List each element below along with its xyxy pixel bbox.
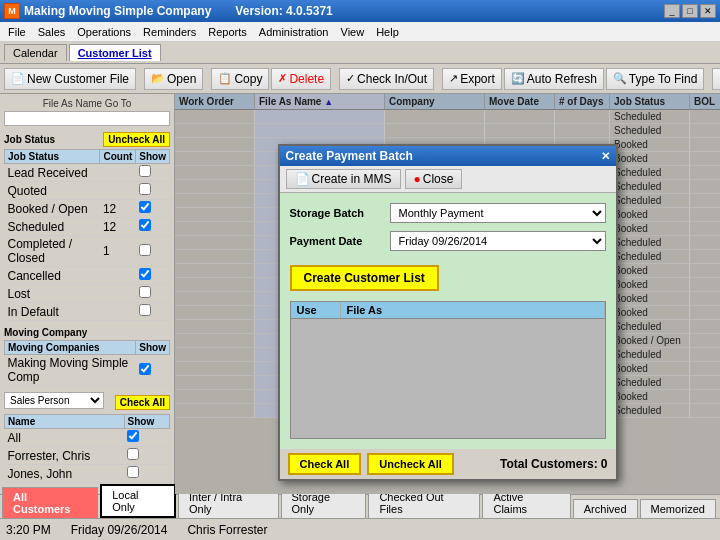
menu-reminders[interactable]: Reminders [137,25,202,39]
tab-local-only[interactable]: Local Only [100,484,176,518]
job-status-name: In Default [5,303,100,321]
export-button[interactable]: ↗Export [442,68,502,90]
modal-toolbar: 📄 Create in MMS ● Close [280,166,616,193]
create-customer-list-button[interactable]: Create Customer List [290,265,439,291]
job-status-section: Job Status Uncheck All Job Status Count … [4,132,170,321]
file-as-title: File As Name Go To [4,98,170,109]
modal-check-all-button[interactable]: Check All [288,453,362,475]
job-status-name: Completed / Closed [5,236,100,267]
job-status-show[interactable] [136,285,170,303]
app-version: Version: 4.0.5371 [235,4,332,18]
print-list-button[interactable]: 🖨Print List [712,68,720,90]
modal-title: Create Payment Batch [286,149,413,163]
close-button[interactable]: ✕ [700,4,716,18]
file-as-input[interactable] [4,111,170,126]
sales-person-dropdown[interactable]: Sales Person [4,392,104,409]
export-icon: ↗ [449,72,458,85]
window-controls: _ □ ✕ [664,4,716,18]
check-inout-icon: ✓ [346,72,355,85]
job-status-header: Job Status Uncheck All [4,132,170,147]
tab-customer-list[interactable]: Customer List [69,44,161,61]
job-status-name: Lead Received [5,164,100,182]
copy-button[interactable]: 📋Copy [211,68,269,90]
new-customer-button[interactable]: 📄New Customer File [4,68,136,90]
job-status-row: Scheduled 12 [5,218,170,236]
app-title: Making Moving Simple Company [24,4,211,18]
total-customers: Total Customers: 0 [500,457,608,471]
sales-person-name: All [5,429,125,447]
menu-operations[interactable]: Operations [71,25,137,39]
status-date: Friday 09/26/2014 [71,523,168,537]
menu-sales[interactable]: Sales [32,25,72,39]
job-status-row: Quoted [5,182,170,200]
tab-calendar[interactable]: Calendar [4,44,67,61]
modal-col-use: Use [291,302,341,318]
close-red-icon: ● [414,172,421,186]
moving-company-show[interactable] [136,355,170,386]
storage-batch-select[interactable]: Monthly Payment [390,203,606,223]
new-customer-icon: 📄 [11,72,25,85]
minimize-button[interactable]: _ [664,4,680,18]
job-status-show[interactable] [136,218,170,236]
modal-close-button[interactable]: ✕ [601,150,610,163]
job-status-row: In Default [5,303,170,321]
delete-icon: ✗ [278,72,287,85]
col-show: Show [136,150,170,164]
menu-view[interactable]: View [335,25,371,39]
job-status-show[interactable] [136,236,170,267]
sales-person-show[interactable] [124,447,169,465]
type-to-find-button[interactable]: 🔍Type To Find [606,68,704,90]
open-icon: 📂 [151,72,165,85]
delete-button[interactable]: ✗Delete [271,68,331,90]
payment-date-row: Payment Date Friday 09/26/2014 [290,231,606,251]
open-button[interactable]: 📂Open [144,68,203,90]
job-status-row: Lost [5,285,170,303]
tab-memorized[interactable]: Memorized [640,499,716,518]
modal-grid-body [290,319,606,439]
sidebar: File As Name Go To Job Status Uncheck Al… [0,94,175,494]
payment-date-select[interactable]: Friday 09/26/2014 [390,231,606,251]
job-status-show[interactable] [136,200,170,218]
create-mms-icon: 📄 [295,172,310,186]
check-all-button[interactable]: Check All [115,395,170,410]
job-status-name: Booked / Open [5,200,100,218]
sales-person-show[interactable] [124,465,169,483]
uncheck-all-button[interactable]: Uncheck All [103,132,170,147]
modal-close-tool-button[interactable]: ● Close [405,169,463,189]
maximize-button[interactable]: □ [682,4,698,18]
tab-archived[interactable]: Archived [573,499,638,518]
menu-administration[interactable]: Administration [253,25,335,39]
storage-batch-row: Storage Batch Monthly Payment [290,203,606,223]
job-status-name: Lost [5,285,100,303]
sales-person-show[interactable] [124,429,169,447]
modal-uncheck-all-button[interactable]: Uncheck All [367,453,454,475]
job-status-count: 12 [100,200,136,218]
content-area: Work Order File As Name ▲ Company Move D… [175,94,720,494]
job-status-row: Booked / Open 12 [5,200,170,218]
menu-reports[interactable]: Reports [202,25,253,39]
job-status-show[interactable] [136,182,170,200]
job-status-show[interactable] [136,267,170,285]
tab-all-customers[interactable]: All Customers [2,487,98,518]
check-inout-button[interactable]: ✓Check In/Out [339,68,434,90]
top-tab-bar: Calendar Customer List [0,42,720,64]
col-name: Name [5,415,125,429]
sales-person-row: Jones, John [5,465,170,483]
col-count: Count [100,150,136,164]
total-label: Total Customers: [500,457,598,471]
sales-person-name: Forrester, Chris [5,447,125,465]
job-status-show[interactable] [136,303,170,321]
menu-help[interactable]: Help [370,25,405,39]
moving-company-section: Moving Company Moving Companies Show Mak… [4,327,170,386]
sales-person-row: All [5,429,170,447]
modal-grid-header: Use File As [290,301,606,319]
create-in-mms-button[interactable]: 📄 Create in MMS [286,169,401,189]
sales-person-section: Sales Person Check All Name Show All For… [4,392,170,494]
bottom-tabs: All Customers Local Only Inter / Intra O… [0,494,720,518]
auto-refresh-button[interactable]: 🔄Auto Refresh [504,68,604,90]
job-status-count [100,267,136,285]
job-status-show[interactable] [136,164,170,182]
menu-file[interactable]: File [2,25,32,39]
storage-batch-label: Storage Batch [290,207,390,219]
menu-bar: File Sales Operations Reminders Reports … [0,22,720,42]
